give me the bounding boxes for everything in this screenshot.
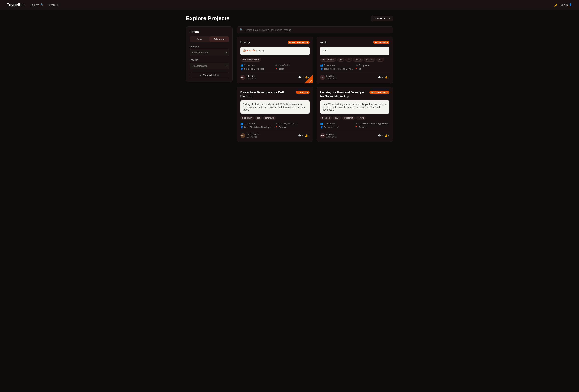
author-date: 10/30/2024 [326,136,337,138]
comments-button[interactable]: 💬 0 [298,76,303,79]
tag: remote [356,116,366,120]
description-text: Hey! We're building a new social media p… [323,103,387,111]
members-info: 👥 1 members [240,64,275,66]
description-text: adsf [323,49,327,52]
location-select[interactable]: Select location ▾ [190,63,229,69]
chevron-down-icon: ▾ [389,17,390,20]
code-icon: </> [275,64,278,66]
category-select[interactable]: Select category ▾ [190,49,229,56]
user-icon: 👤 [569,3,572,6]
comments-button[interactable]: 💬 8 [298,134,303,137]
author-name: David Garcia [247,133,260,136]
card-footer: DG David Garcia 10/30/2024 💬 8 👍 7 [240,131,310,138]
users-icon: 👥 [320,122,323,125]
project-card: Blockchain Developers for DeFi Platform … [237,87,313,142]
plus-circle-icon: ⊕ [57,3,59,6]
project-title: asdf [320,41,371,44]
author-details: Hla Htun 11/6/2024 [247,75,256,80]
members-info: 👥 0 members [320,64,355,66]
author-name: Hla Htun [326,75,337,77]
description-text: Calling all blockchain enthusiasts! We'r… [243,103,306,111]
search-icon: 🔍 [40,3,44,6]
person-icon: 👤 [320,67,323,70]
comments-button[interactable]: 💬 0 [378,76,383,79]
code-icon: </> [355,122,358,125]
location-icon: 📍 [355,67,358,70]
tags-row: Open Source asd adf adfdaf adsfadsf adsf [320,58,389,62]
category-badge: All Categories [373,41,389,44]
page-title: Explore Projects [186,15,230,22]
project-title: Howdy [240,41,286,44]
card-actions: 💬 8 👍 7 [298,134,310,137]
location-icon: 📍 [355,126,358,129]
avatar: HH [320,75,325,80]
projects-grid: Howdy Mobile Development @janesmith wass… [237,37,393,142]
card-header: Blockchain Developers for DeFi Platform … [240,90,310,98]
close-icon: ✕ [199,74,202,76]
signin-button[interactable]: Sign in 👤 [560,3,572,6]
tag: adfdaf [353,58,362,62]
card-meta: 👥 1 members </> JavaScript 👤 Frontend De… [240,64,310,70]
author-info: HH Hla Htun 11/6/2024 [240,75,256,80]
page-header: Explore Projects Most Recent Most Popula… [186,15,393,22]
code-icon: </> [275,122,278,125]
tags-row: frontend react typescript remote [320,116,389,120]
tab-basic[interactable]: Basic [190,36,209,42]
tags-row: blockchain defi ethereum [240,116,310,120]
nav-create[interactable]: Create ⊕ [48,3,59,6]
tag: react [333,116,341,120]
tag: adsfadsf [364,58,375,62]
location-label: Location [190,59,229,61]
dark-mode-icon[interactable]: 🌙 [553,3,557,7]
card-meta: 👥 2 members </> JavaScript, React, TypeS… [320,122,389,129]
card-header: Howdy Mobile Development [240,41,310,44]
clear-filters-button[interactable]: ✕ Clear All Filters [190,72,229,78]
search-bar: 🔍 [237,26,393,33]
likes-button[interactable]: 👍 7 [305,134,310,137]
likes-button[interactable]: 👍 8 [385,134,389,137]
filters-title: Filters [190,30,229,34]
new-badge-text: NEW! [307,79,313,83]
category-badge: Blockchain [296,90,310,94]
chevron-down-icon: ▾ [226,51,227,54]
card-actions: 💬 8 👍 8 [378,134,389,137]
description-text: wassup [256,49,264,52]
author-info: HH Hla Htun 10/30/2024 [320,75,337,80]
author-info: HH Hla Htun 10/30/2024 [320,133,337,138]
card-meta: 👥 0 members </> Ruby, own 👤 thing, hello… [320,64,389,70]
search-input[interactable] [245,29,390,31]
project-description: adsf [320,47,389,55]
role-info: 👤 Lead Blockchain Developer, ... [240,126,275,129]
tab-advanced[interactable]: Advanced [209,36,229,42]
mention: @janesmith [243,49,256,52]
language-info: </> Solidity, JavaScript [275,122,310,125]
project-card: asdf All Categories adsf Open Source asd… [317,37,393,83]
language-info: </> JavaScript, React, TypeScript [355,122,389,125]
code-icon: </> [355,64,358,66]
sort-dropdown[interactable]: Most Recent Most Popular Oldest ▾ [371,15,393,21]
likes-button[interactable]: 👍 0 [305,76,310,79]
nav-explore[interactable]: Explore 🔍 [31,3,44,6]
project-description: @janesmith wassup [240,47,310,55]
likes-button[interactable]: 👍 1 [385,76,389,79]
tag: blockchain [240,116,254,120]
author-date: 11/6/2024 [247,77,256,80]
project-description: Hey! We're building a new social media p… [320,101,389,114]
comments-button[interactable]: 💬 8 [378,134,383,137]
sort-select[interactable]: Most Recent Most Popular Oldest [373,17,388,20]
tag: ethereum [263,116,276,120]
tag: Open Source [320,58,336,62]
language-info: </> JavaScript [275,64,310,66]
main-container: Explore Projects Most Recent Most Popula… [179,10,400,147]
location-icon: 📍 [275,67,278,70]
brand-logo[interactable]: Toygether [7,2,25,7]
location-icon: 📍 [275,126,278,129]
category-badge: Web Development [369,90,389,94]
avatar: HH [320,133,325,138]
search-icon: 🔍 [240,28,243,32]
project-title: Looking for Frontend Developer for Socia… [320,90,368,98]
card-actions: 💬 0 👍 0 [298,76,310,79]
location-info: 📍 Remote [275,126,310,129]
nav-right: 🌙 Sign in 👤 [553,3,572,7]
card-footer: HH Hla Htun 10/30/2024 💬 8 👍 8 [320,131,389,138]
